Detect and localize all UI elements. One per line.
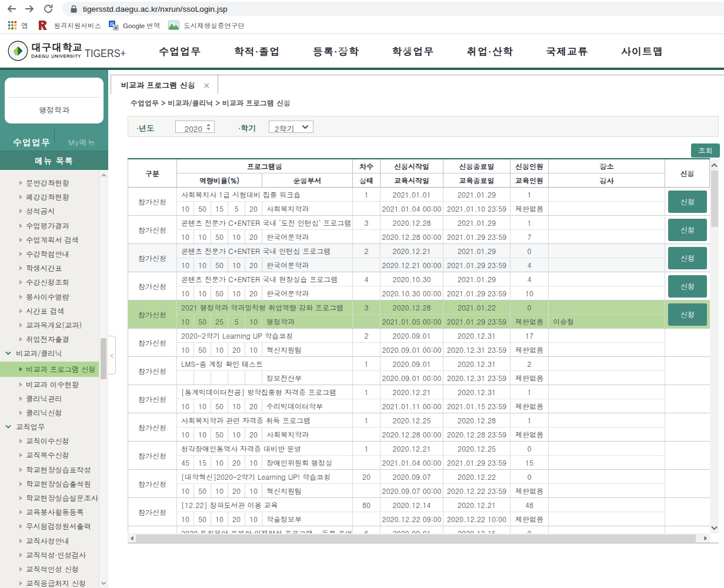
tab-close-icon[interactable]: × (203, 79, 210, 91)
nav-item[interactable]: 취업·산학 (467, 44, 513, 58)
sidebar-menu-item[interactable]: 교직사정안내 (0, 534, 99, 548)
nav-item[interactable]: 사이트맵 (621, 44, 663, 58)
sidebar-menu-group[interactable]: 비교과/클리닉 (0, 346, 99, 360)
nav-item[interactable]: 수업업무 (159, 44, 201, 58)
sidebar-menu-item[interactable]: 수업평가결과 (0, 219, 99, 233)
nav-item[interactable]: 학생업무 (392, 44, 434, 58)
cell-applicants: 1 (511, 413, 549, 427)
menu-item-label: 교직적성·인성검사 (26, 550, 86, 560)
scroll-down-icon[interactable] (710, 523, 718, 532)
sidebar-menu-item[interactable]: 수강신청조회 (0, 275, 99, 289)
year-input[interactable]: 2020 (175, 121, 215, 133)
sidebar-menu-item[interactable]: 수업계획서 검색 (0, 233, 99, 247)
triangle-right-icon (19, 181, 22, 185)
table-horizontal-scrollbar[interactable] (128, 533, 710, 543)
cell-round: 3 (353, 216, 381, 230)
table-hscroll-thumb[interactable] (136, 534, 696, 542)
table-vertical-scrollbar[interactable] (710, 159, 719, 533)
apply-button[interactable]: 신청 (668, 247, 707, 269)
apply-button[interactable]: 신청 (668, 191, 707, 213)
table-row-pair: 참가신청콘텐츠 전문가 C*ENTER 국내 인턴십 프로그램101050102… (128, 244, 710, 272)
forward-icon[interactable] (22, 2, 36, 16)
sidebar-menu-item[interactable]: 수강학점안내 (0, 247, 99, 261)
bookmark-remote-support[interactable]: 원격지원서비스 (38, 19, 102, 32)
reload-icon[interactable] (41, 2, 55, 16)
cell-ratio: 10 (177, 286, 194, 300)
sidebar-menu-item[interactable]: 학생시간표 (0, 261, 99, 275)
sidebar-menu-item[interactable]: 성적공시 (0, 204, 99, 218)
cell-apply (665, 413, 710, 441)
sidebar-menu-item[interactable]: 학교현장실습출석원 (0, 477, 99, 491)
sidebar-menu-item[interactable]: 폐강강좌현황 (0, 190, 99, 204)
column-header: 차수 (353, 159, 381, 173)
menu-item-label: 교직적인성 신청 (26, 564, 79, 574)
sidebar-tab-divider (54, 129, 55, 143)
cell-ratio: 10 (211, 343, 228, 357)
bookmark-google-translate[interactable]: G ★ Google 번역 (109, 19, 160, 32)
scroll-right-icon[interactable] (703, 536, 709, 540)
nav-item[interactable]: 학적·졸업 (234, 44, 281, 58)
sidebar-scrollbar[interactable] (99, 171, 107, 587)
scroll-up-icon[interactable] (99, 171, 108, 179)
site-header: 대구대학교 DAEGU UNIVERSITY TIGERS+ 수업업무학적·졸업… (0, 34, 724, 68)
sidebar-scrollbar-thumb[interactable] (101, 338, 106, 379)
address-bar[interactable]: tigersstd.daegu.ac.kr/nxrun/ssoLogin.jsp (62, 2, 724, 16)
remote-support-icon (38, 20, 50, 31)
scroll-up-icon[interactable] (710, 161, 718, 169)
sidebar-menu-item[interactable]: 봉사이수열람 (0, 290, 99, 304)
bookmark-apps[interactable]: 앱 (8, 19, 28, 32)
sidebar-menu-item[interactable]: 교직적인성 신청 (0, 562, 99, 576)
sidebar-menu-item[interactable]: 무시험검정원서출력 (0, 519, 99, 533)
document-tab[interactable]: 비교과 프로그램 신청 × (111, 75, 218, 94)
year-spinner-icon[interactable] (205, 122, 212, 132)
sidebar-menu-item[interactable]: 학교현장실습설문조사 (0, 491, 99, 505)
cell-apply-start: 2020.12.21 (381, 244, 443, 258)
cell-category: 참가신청 (128, 413, 177, 441)
cell-apply-start: 2020.12.21 (381, 442, 443, 456)
menu-item-label: 교과목개요(교과) (26, 320, 82, 330)
sidebar-menu-item[interactable]: 교직응급처지 신청 (0, 576, 99, 588)
back-icon[interactable] (5, 2, 19, 16)
sidebar-menu-item[interactable]: 교직이수신청 (0, 434, 99, 448)
sidebar-menu-item[interactable]: 클리닉관리 (0, 392, 99, 406)
sidebar-menu-item[interactable]: 교직적성·인성검사 (0, 548, 99, 562)
apply-button[interactable]: 신청 (668, 303, 707, 326)
sidebar-menu-item[interactable]: 교육봉사활동등록 (0, 505, 99, 519)
scroll-down-icon[interactable] (99, 579, 108, 587)
cell-edu-start: 2021.01.04 00:00 (381, 202, 443, 216)
cell-apply-end: 2020.12.31 (443, 385, 511, 399)
sidebar-menu-item[interactable]: 취업전자출결 (0, 332, 99, 346)
sidebar-menu-item[interactable]: 시간표 검색 (0, 304, 99, 318)
cell-apply: 신청 (665, 216, 710, 243)
sidebar-menu-item[interactable]: 교직복수신청 (0, 448, 99, 462)
urban-research-icon (168, 21, 179, 30)
column-header: 교육종료일 (443, 173, 511, 188)
sidebar-menu-item[interactable]: 비교과 이수현황 (0, 377, 99, 391)
sidebar-menu-item[interactable]: 클리닉신청 (0, 406, 99, 420)
sidebar-menu-item[interactable]: 비교과 프로그램 신청 (0, 362, 99, 377)
cell-ratio: 10 (211, 456, 228, 470)
apply-button[interactable]: 신청 (668, 219, 707, 241)
sidebar-menu-item[interactable]: 교과목개요(교과) (0, 318, 99, 332)
sidebar-collapse-handle[interactable]: < (108, 336, 116, 375)
cell-edu-start: 2021.01.05 00:00 (381, 315, 443, 329)
university-logo[interactable]: 대구대학교 DAEGU UNIVERSITY TIGERS+ (8, 41, 129, 61)
menu-item-label: 교직응급처지 신청 (26, 578, 86, 588)
sidebar-tab-mymenu[interactable]: My메뉴 (68, 136, 96, 148)
search-button[interactable]: 조회 (691, 143, 720, 158)
nav-item[interactable]: 국제교류 (546, 44, 588, 58)
sidebar-menu-item[interactable]: 분반강좌현황 (0, 176, 99, 190)
sidebar-menu-item[interactable]: 학교현장실습표작성 (0, 463, 99, 477)
scroll-left-icon[interactable] (129, 536, 135, 540)
nav-item[interactable]: 등록·장학 (313, 44, 359, 58)
cell-place (549, 300, 665, 315)
table-vscroll-thumb[interactable] (711, 171, 718, 227)
sidebar-tab-lecture[interactable]: 수업업무 (13, 136, 51, 148)
menu-item-label: 교직복수신청 (26, 450, 69, 460)
chevron-down-icon (5, 351, 10, 356)
bookmark-urban-research[interactable]: 도시재생실증연구단 (168, 19, 245, 32)
sidebar-menu-group[interactable]: 교직업무 (0, 420, 99, 434)
apply-button[interactable]: 신청 (668, 275, 707, 298)
semester-select[interactable]: 2학기 (269, 121, 313, 133)
cell-ratio: 50 (211, 427, 228, 442)
